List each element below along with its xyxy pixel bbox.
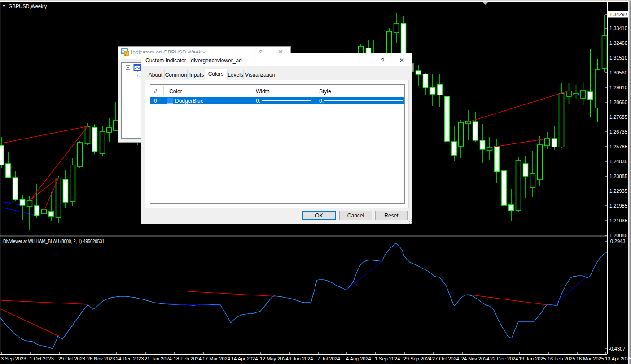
svg-text:24 Dec 2023: 24 Dec 2023 [116,356,144,361]
svg-text:29 Sep 2024: 29 Sep 2024 [403,356,431,361]
svg-text:4 Aug 2024: 4 Aug 2024 [346,356,371,361]
svg-text:1 Oct 2023: 1 Oct 2023 [30,356,54,361]
svg-text:GBPUSD,Weekly: GBPUSD,Weekly [9,4,47,9]
svg-text:22 Dec 2024: 22 Dec 2024 [490,356,518,361]
svg-text:-0.4307: -0.4307 [609,346,625,351]
svg-text:-0.2943: -0.2943 [609,238,625,244]
svg-text:1.31510: 1.31510 [609,55,627,61]
svg-text:13 Apr 2025: 13 Apr 2025 [605,356,631,361]
svg-text:7 Jul 2024: 7 Jul 2024 [317,356,340,361]
svg-text:24 Nov 2024: 24 Nov 2024 [461,356,489,361]
svg-text:1.22935: 1.22935 [609,188,627,194]
svg-text:19 Jan 2025: 19 Jan 2025 [519,356,546,361]
svg-text:1.30560: 1.30560 [609,70,627,75]
svg-text:14 Apr 2024: 14 Apr 2024 [231,356,258,361]
svg-text:1.33410: 1.33410 [609,26,627,31]
svg-text:16 Feb 2025: 16 Feb 2025 [548,356,575,361]
svg-text:16 Mar 2025: 16 Mar 2025 [576,356,604,361]
svg-text:1.27685: 1.27685 [609,114,627,120]
svg-text:1.29610: 1.29610 [609,85,627,90]
svg-text:1.34297: 1.34297 [609,12,627,17]
svg-text:12 May 2024: 12 May 2024 [260,356,289,361]
svg-text:1.26735: 1.26735 [609,129,627,134]
svg-text:1.32460: 1.32460 [609,40,627,46]
svg-text:17 Mar 2024: 17 Mar 2024 [202,356,230,361]
svg-text:1.25785: 1.25785 [609,144,627,149]
svg-text:1 Sep 2024: 1 Sep 2024 [375,356,400,361]
svg-text:27 Oct 2024: 27 Oct 2024 [432,356,459,361]
svg-text:1.24835: 1.24835 [609,159,627,164]
svg-text:29 Oct 2023: 29 Oct 2023 [58,356,85,361]
svg-text:1.20085: 1.20085 [609,233,627,238]
svg-text:9 Jun 2024: 9 Jun 2024 [289,356,313,361]
svg-text:18 Feb 2024: 18 Feb 2024 [174,356,202,361]
svg-text:26 Nov 2023: 26 Nov 2023 [87,356,115,361]
svg-text:1.23885: 1.23885 [609,173,627,179]
svg-text:1.21985: 1.21985 [609,203,627,208]
svg-text:3 Sep 2023: 3 Sep 2023 [1,356,26,361]
svg-text:21 Jan 2024: 21 Jan 2024 [145,356,172,361]
svg-text:DivViewer at WILLIAM_BLAU (800: DivViewer at WILLIAM_BLAU (8000, 2, 1) 4… [3,238,105,244]
svg-text:1.21035: 1.21035 [609,218,627,223]
svg-text:1.28660: 1.28660 [609,100,627,105]
